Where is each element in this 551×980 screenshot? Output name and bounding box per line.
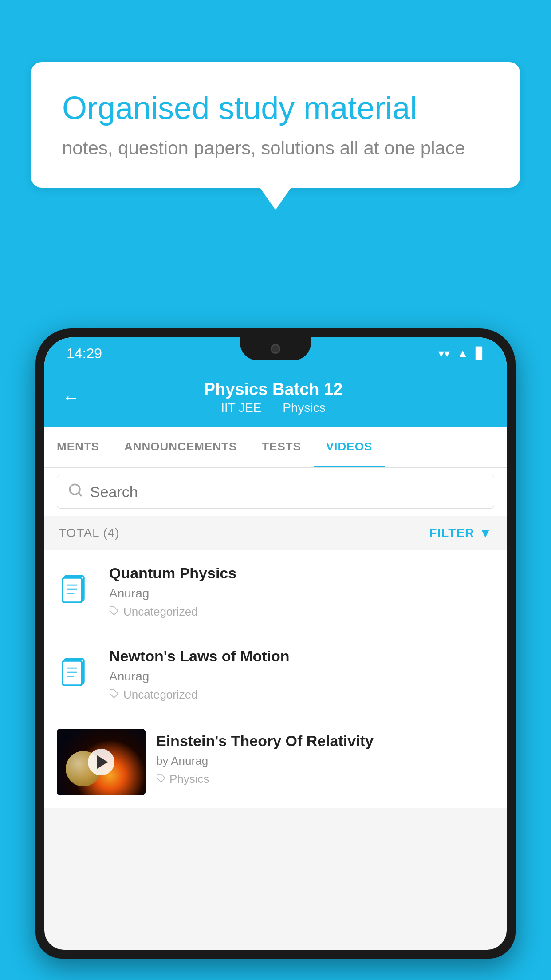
svg-rect-9 — [63, 661, 82, 685]
app-bar-titles: Physics Batch 12 IIT JEE Physics — [93, 380, 453, 415]
video-title: Newton's Laws of Motion — [109, 648, 494, 665]
phone-screen: 14:29 ▾▾ ▲ ▊ ← Physics Batch 12 IIT JEE — [44, 337, 507, 950]
video-list: Quantum Physics Anurag Uncategorized — [44, 550, 507, 808]
filter-label: FILTER — [429, 526, 474, 540]
tag-icon — [156, 772, 166, 786]
battery-icon: ▊ — [476, 347, 484, 360]
total-count-label: TOTAL (4) — [59, 526, 120, 540]
wifi-icon: ▾▾ — [438, 347, 450, 360]
status-icons: ▾▾ ▲ ▊ — [438, 347, 484, 360]
app-bar: ← Physics Batch 12 IIT JEE Physics — [44, 369, 507, 427]
tag-icon — [109, 605, 119, 619]
video-tag: Uncategorized — [109, 605, 494, 619]
search-icon — [68, 482, 83, 501]
list-item[interactable]: Quantum Physics Anurag Uncategorized — [44, 550, 507, 633]
video-tag: Physics — [156, 772, 494, 786]
video-info: Quantum Physics Anurag Uncategorized — [109, 565, 494, 619]
file-icon — [57, 655, 97, 695]
back-button[interactable]: ← — [62, 387, 80, 407]
search-input[interactable] — [90, 483, 483, 501]
subtitle-category: IIT JEE — [221, 401, 261, 415]
notch — [240, 337, 311, 360]
video-title: Einstein's Theory Of Relativity — [156, 732, 494, 750]
play-button-icon[interactable] — [88, 749, 114, 775]
filter-button[interactable]: FILTER ▼ — [429, 526, 492, 541]
video-info: Einstein's Theory Of Relativity by Anura… — [156, 729, 494, 786]
video-title: Quantum Physics — [109, 565, 494, 582]
speech-bubble: Organised study material notes, question… — [31, 62, 520, 188]
video-author: Anurag — [109, 669, 494, 684]
tabs-bar: MENTS ANNOUNCEMENTS TESTS VIDEOS — [44, 427, 507, 468]
tag-label: Physics — [169, 772, 209, 786]
svg-rect-3 — [63, 578, 82, 602]
video-author: Anurag — [109, 586, 494, 601]
speech-bubble-container: Organised study material notes, question… — [31, 62, 520, 210]
tab-announcements[interactable]: ANNOUNCEMENTS — [112, 427, 249, 467]
tag-label: Uncategorized — [123, 688, 198, 702]
search-input-wrapper[interactable] — [57, 475, 494, 509]
phone-wrapper: 14:29 ▾▾ ▲ ▊ ← Physics Batch 12 IIT JEE — [35, 328, 516, 980]
tab-tests[interactable]: TESTS — [249, 427, 314, 467]
phone-outer: 14:29 ▾▾ ▲ ▊ ← Physics Batch 12 IIT JEE — [35, 328, 516, 959]
video-info: Newton's Laws of Motion Anurag Uncategor… — [109, 648, 494, 702]
speech-bubble-subtitle: notes, question papers, solutions all at… — [62, 138, 489, 159]
subtitle-subject: Physics — [283, 401, 325, 415]
play-triangle — [97, 755, 108, 769]
svg-line-1 — [79, 493, 81, 496]
tab-videos[interactable]: VIDEOS — [314, 427, 385, 468]
video-author: by Anurag — [156, 754, 494, 768]
app-bar-subtitle: IIT JEE Physics — [93, 401, 453, 415]
status-bar: 14:29 ▾▾ ▲ ▊ — [44, 337, 507, 369]
tab-ments[interactable]: MENTS — [44, 427, 112, 467]
search-container — [44, 468, 507, 516]
speech-bubble-title: Organised study material — [62, 89, 489, 127]
status-time: 14:29 — [67, 345, 102, 362]
filter-bar: TOTAL (4) FILTER ▼ — [44, 516, 507, 550]
front-camera — [271, 344, 280, 354]
video-tag: Uncategorized — [109, 688, 494, 702]
filter-funnel-icon: ▼ — [479, 526, 492, 541]
tag-icon — [109, 688, 119, 702]
list-item[interactable]: Einstein's Theory Of Relativity by Anura… — [44, 716, 507, 808]
signal-icon: ▲ — [457, 347, 468, 360]
list-item[interactable]: Newton's Laws of Motion Anurag Uncategor… — [44, 633, 507, 716]
tag-label: Uncategorized — [123, 605, 198, 619]
video-thumbnail — [57, 729, 146, 795]
file-icon — [57, 572, 97, 612]
app-bar-title: Physics Batch 12 — [93, 380, 453, 399]
speech-bubble-pointer — [260, 188, 291, 210]
